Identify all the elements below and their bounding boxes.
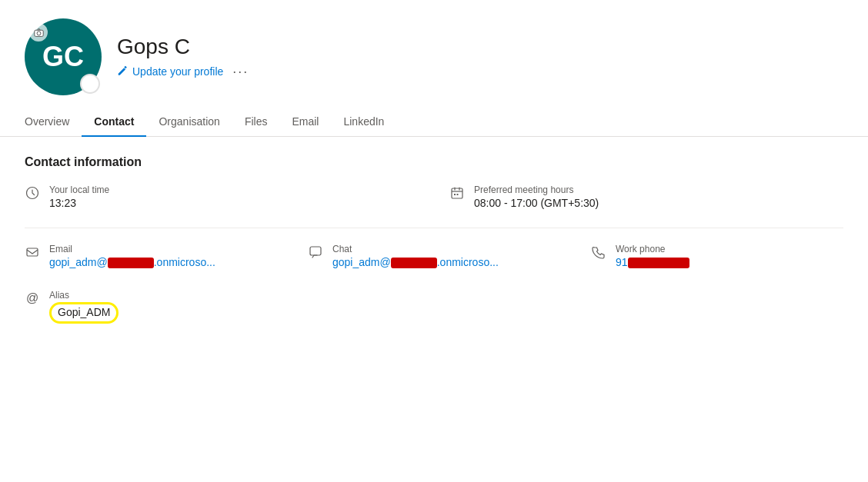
more-options-icon[interactable]: ··· — [232, 64, 249, 80]
svg-rect-6 — [27, 248, 38, 256]
meeting-hours-item: Preferred meeting hours 08:00 - 17:00 (G… — [449, 184, 843, 209]
contact-fields-grid: Email gopi_adm@.onmicroso... Chat gopi_a… — [25, 244, 843, 324]
work-phone-item: Work phone 91 — [591, 244, 843, 268]
update-profile-label: Update your profile — [132, 65, 223, 78]
svg-rect-5 — [457, 194, 459, 195]
work-phone-content: Work phone 91 — [616, 244, 689, 268]
local-time-content: Your local time 13:23 — [49, 184, 109, 209]
clock-icon — [25, 186, 40, 204]
alias-label: Alias — [49, 290, 119, 301]
work-phone-label: Work phone — [616, 244, 689, 254]
tab-organisation[interactable]: Organisation — [146, 108, 232, 137]
email-label: Email — [49, 244, 215, 254]
contact-section: Contact information Your local time 13:2… — [0, 137, 868, 342]
local-time-label: Your local time — [49, 184, 109, 195]
chat-label: Chat — [332, 244, 499, 254]
status-indicator — [80, 74, 100, 94]
local-time-item: Your local time 13:23 — [25, 184, 419, 209]
work-phone-value[interactable]: 91 — [616, 256, 689, 268]
email-content: Email gopi_adm@.onmicroso... — [49, 244, 215, 268]
chat-icon — [308, 245, 323, 263]
svg-rect-7 — [310, 247, 321, 255]
calendar-icon — [449, 186, 465, 204]
email-value[interactable]: gopi_adm@.onmicroso... — [49, 256, 215, 268]
tab-overview[interactable]: Overview — [25, 108, 82, 137]
meeting-hours-label: Preferred meeting hours — [474, 184, 599, 195]
camera-icon[interactable] — [29, 23, 48, 42]
tab-files[interactable]: Files — [232, 108, 280, 137]
profile-info: Gops C Update your profile ··· — [117, 35, 249, 80]
meeting-hours-value: 08:00 - 17:00 (GMT+5:30) — [474, 197, 599, 209]
tab-linkedin[interactable]: LinkedIn — [331, 108, 396, 137]
tab-contact[interactable]: Contact — [82, 108, 146, 137]
chat-item: Chat gopi_adm@.onmicroso... — [308, 244, 560, 268]
svg-rect-3 — [452, 188, 462, 198]
tab-email[interactable]: Email — [279, 108, 331, 137]
chat-content: Chat gopi_adm@.onmicroso... — [332, 244, 499, 268]
alias-highlight: Gopi_ADM — [49, 302, 119, 324]
avatar-initials: GC — [42, 41, 84, 73]
email-item: Email gopi_adm@.onmicroso... — [25, 244, 277, 268]
section-title: Contact information — [25, 155, 843, 169]
profile-name: Gops C — [117, 35, 249, 59]
svg-rect-4 — [454, 194, 456, 195]
time-info-grid: Your local time 13:23 Preferred meeting … — [25, 184, 843, 209]
section-divider — [25, 228, 843, 228]
alias-content: Alias Gopi_ADM — [49, 290, 119, 324]
update-profile-button[interactable]: Update your profile — [117, 65, 223, 78]
tabs-navigation: Overview Contact Organisation Files Emai… — [0, 108, 868, 137]
alias-value: Gopi_ADM — [58, 306, 110, 318]
meeting-hours-content: Preferred meeting hours 08:00 - 17:00 (G… — [474, 184, 599, 209]
phone-icon — [591, 245, 606, 263]
local-time-value: 13:23 — [49, 197, 109, 209]
alias-item: @ Alias Gopi_ADM — [25, 290, 277, 324]
at-icon: @ — [25, 291, 40, 305]
mail-icon — [25, 245, 40, 263]
avatar-container: GC — [25, 18, 102, 95]
profile-actions: Update your profile ··· — [117, 64, 249, 80]
chat-value[interactable]: gopi_adm@.onmicroso... — [332, 256, 499, 268]
pencil-icon — [117, 65, 128, 78]
profile-header: GC Gops C Update your profile ··· — [0, 0, 868, 108]
